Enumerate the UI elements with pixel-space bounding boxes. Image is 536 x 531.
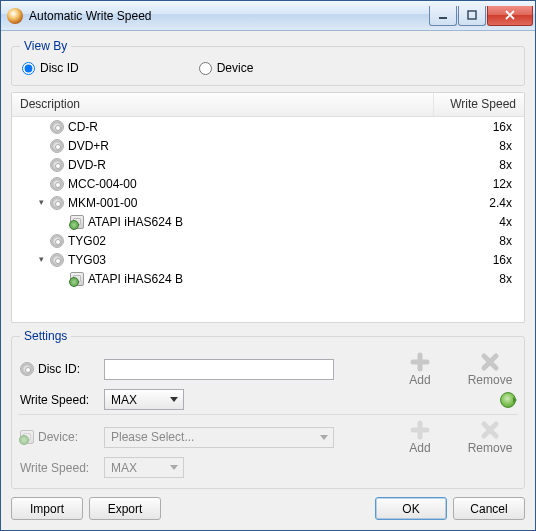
write-speed-label: Write Speed: (20, 393, 98, 407)
row-speed: 4x (434, 215, 516, 229)
settings-group: Settings Disc ID: Add Re (11, 329, 525, 489)
ok-button[interactable]: OK (375, 497, 447, 520)
row-label: MCC-004-00 (68, 177, 137, 191)
row-label: CD-R (68, 120, 98, 134)
plus-icon (409, 351, 431, 373)
minimize-button[interactable] (429, 6, 457, 26)
client-area: View By Disc ID Device Description Write… (1, 31, 535, 530)
row-speed: 8x (434, 139, 516, 153)
radio-device-label: Device (217, 61, 254, 75)
row-speed: 16x (434, 253, 516, 267)
table-row[interactable]: DVD-R8x (12, 155, 524, 174)
remove-button-device: Remove (464, 419, 516, 455)
app-icon (7, 8, 23, 24)
row-label: DVD+R (68, 139, 109, 153)
device-write-speed-select: MAX (104, 457, 184, 478)
disc-icon (20, 362, 34, 376)
table-row[interactable]: DVD+R8x (12, 136, 524, 155)
row-label: ATAPI iHAS624 B (88, 215, 183, 229)
settings-row-device-write-speed: Write Speed: MAX (20, 457, 516, 478)
table-row[interactable]: CD-R16x (12, 117, 524, 136)
disc-icon (50, 139, 64, 153)
row-label: DVD-R (68, 158, 106, 172)
row-speed: 2.4x (434, 196, 516, 210)
radio-disc-id-input[interactable] (22, 62, 35, 75)
chevron-down-icon (170, 397, 178, 402)
svg-rect-1 (468, 11, 476, 19)
device-label: Device: (20, 430, 98, 444)
device-icon (70, 272, 84, 286)
radio-disc-id-label: Disc ID (40, 61, 79, 75)
disc-icon (50, 253, 64, 267)
radio-device[interactable]: Device (199, 61, 254, 75)
import-button[interactable]: Import (11, 497, 83, 520)
view-by-group: View By Disc ID Device (11, 39, 525, 86)
row-label: MKM-001-00 (68, 196, 137, 210)
disc-id-input[interactable] (104, 359, 334, 380)
window-buttons (428, 6, 533, 26)
bottom-bar: Import Export OK Cancel (11, 495, 525, 520)
write-speed-select[interactable]: MAX (104, 389, 184, 410)
radio-device-input[interactable] (199, 62, 212, 75)
disc-icon (50, 158, 64, 172)
row-label: ATAPI iHAS624 B (88, 272, 183, 286)
plus-icon (409, 419, 431, 441)
list-header: Description Write Speed (12, 93, 524, 117)
list-body[interactable]: CD-R16xDVD+R8xDVD-R8xMCC-004-0012x▾MKM-0… (12, 117, 524, 322)
row-speed: 8x (434, 158, 516, 172)
list-panel: Description Write Speed CD-R16xDVD+R8xDV… (11, 92, 525, 323)
expand-icon[interactable]: ▾ (36, 255, 46, 264)
table-row[interactable]: ATAPI iHAS624 B4x (12, 212, 524, 231)
maximize-button[interactable] (458, 6, 486, 26)
view-by-legend: View By (20, 39, 71, 53)
column-write-speed[interactable]: Write Speed (434, 93, 524, 116)
table-row[interactable]: TYG028x (12, 231, 524, 250)
close-button[interactable] (487, 6, 533, 26)
settings-row-device: Device: Please Select... Add Remove (20, 419, 516, 455)
table-row[interactable]: ▾MKM-001-002.4x (12, 193, 524, 212)
radio-disc-id[interactable]: Disc ID (22, 61, 79, 75)
disc-icon (50, 177, 64, 191)
row-speed: 12x (434, 177, 516, 191)
remove-button-disc[interactable]: Remove (464, 351, 516, 387)
x-icon (479, 419, 501, 441)
titlebar[interactable]: Automatic Write Speed (1, 1, 535, 31)
x-icon (479, 351, 501, 373)
disc-icon (50, 234, 64, 248)
table-row[interactable]: ATAPI iHAS624 B8x (12, 269, 524, 288)
add-button-disc[interactable]: Add (394, 351, 446, 387)
add-button-device: Add (394, 419, 446, 455)
refresh-icon[interactable] (500, 392, 516, 408)
divider (18, 414, 518, 415)
row-speed: 8x (434, 272, 516, 286)
table-row[interactable]: ▾TYG0316x (12, 250, 524, 269)
device-icon (20, 430, 34, 444)
table-row[interactable]: MCC-004-0012x (12, 174, 524, 193)
chevron-down-icon (170, 465, 178, 470)
column-description[interactable]: Description (12, 93, 434, 116)
export-button[interactable]: Export (89, 497, 161, 520)
row-label: TYG02 (68, 234, 106, 248)
row-speed: 16x (434, 120, 516, 134)
disc-icon (50, 196, 64, 210)
disc-id-label: Disc ID: (20, 362, 98, 376)
disc-icon (50, 120, 64, 134)
expand-icon[interactable]: ▾ (36, 198, 46, 207)
row-speed: 8x (434, 234, 516, 248)
window-title: Automatic Write Speed (29, 9, 428, 23)
svg-rect-0 (439, 17, 447, 19)
window: Automatic Write Speed View By Disc ID De… (0, 0, 536, 531)
settings-row-write-speed: Write Speed: MAX (20, 389, 516, 410)
settings-legend: Settings (20, 329, 71, 343)
cancel-button[interactable]: Cancel (453, 497, 525, 520)
row-label: TYG03 (68, 253, 106, 267)
device-icon (70, 215, 84, 229)
chevron-down-icon (320, 435, 328, 440)
settings-row-disc-id: Disc ID: Add Remove (20, 351, 516, 387)
device-write-speed-label: Write Speed: (20, 461, 98, 475)
device-select: Please Select... (104, 427, 334, 448)
